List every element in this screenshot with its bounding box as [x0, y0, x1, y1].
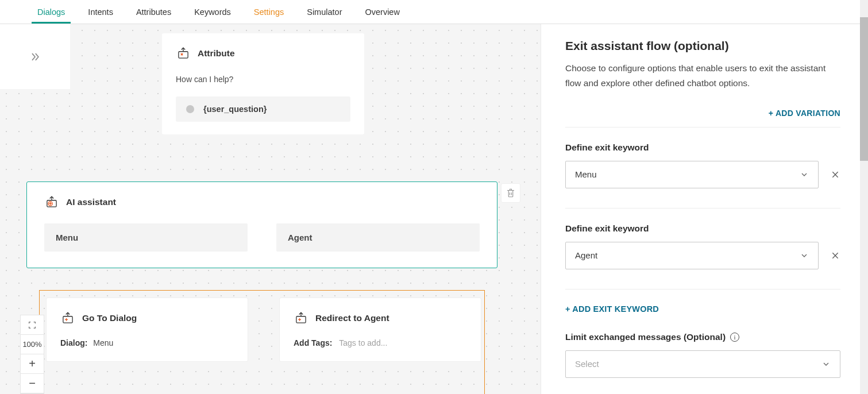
redirect-to-agent-card[interactable]: Redirect to Agent Add Tags: Tags to add.… — [279, 298, 481, 362]
scrollbar-thumb[interactable] — [860, 17, 868, 161]
fit-screen-icon — [28, 320, 37, 330]
close-icon — [831, 251, 840, 260]
tab-simulator[interactable]: Simulator — [295, 0, 353, 24]
zoom-controls: 100% + − — [20, 315, 44, 394]
tab-overview[interactable]: Overview — [353, 0, 411, 24]
attribute-variable-text: {user_question} — [203, 105, 267, 114]
trash-icon — [506, 188, 516, 198]
add-exit-keyword-button[interactable]: + ADD EXIT KEYWORD — [565, 304, 840, 314]
zoom-level-label[interactable]: 100% — [21, 335, 44, 354]
properties-panel: Exit assistant flow (optional) Choose to… — [541, 24, 868, 394]
redirect-to-agent-icon — [294, 311, 308, 326]
chevron-down-icon — [800, 170, 809, 179]
attribute-card[interactable]: Attribute How can I help? {user_question… — [162, 33, 364, 134]
exit-keyword-value-1: Menu — [575, 169, 597, 179]
go-to-dialog-field-value: Menu — [93, 338, 113, 347]
redirect-to-agent-title: Redirect to Agent — [315, 313, 389, 323]
svg-rect-0 — [179, 52, 188, 58]
top-tabs: Dialogs Intents Attributes Keywords Sett… — [0, 0, 868, 24]
redirect-add-tags-placeholder[interactable]: Tags to add... — [339, 338, 387, 347]
ai-assistant-icon — [44, 195, 59, 210]
expand-panel-button[interactable] — [0, 24, 70, 89]
tab-settings[interactable]: Settings — [242, 0, 295, 24]
info-icon[interactable]: i — [730, 333, 739, 342]
limit-messages-select[interactable]: Select — [565, 350, 840, 378]
chevron-down-icon — [821, 360, 831, 369]
tab-keywords[interactable]: Keywords — [183, 0, 242, 24]
exit-keyword-value-2: Agent — [575, 250, 597, 260]
panel-heading: Exit assistant flow (optional) — [565, 39, 840, 53]
go-to-dialog-card[interactable]: Go To Dialog Dialog: Menu — [46, 298, 248, 362]
tab-attributes[interactable]: Attributes — [125, 0, 183, 24]
canvas[interactable]: Attribute How can I help? {user_question… — [0, 24, 541, 394]
go-to-dialog-icon — [60, 311, 75, 326]
chevron-double-right-icon — [29, 51, 41, 63]
zoom-fit-button[interactable] — [21, 315, 44, 335]
limit-messages-placeholder: Select — [575, 359, 599, 369]
attribute-card-title: Attribute — [198, 48, 235, 59]
chevron-down-icon — [800, 251, 809, 260]
remove-keyword-button-2[interactable] — [830, 250, 840, 261]
tab-dialogs[interactable]: Dialogs — [26, 0, 76, 24]
attribute-variable-chip[interactable]: {user_question} — [176, 96, 350, 122]
attribute-card-prompt: How can I help? — [176, 75, 350, 84]
variable-dot-icon — [186, 105, 194, 113]
add-variation-button[interactable]: + ADD VARIATION — [565, 109, 840, 118]
limit-messages-label: Limit exchanged messages (Optional) — [565, 332, 726, 342]
ai-assistant-card-title: AI assistant — [66, 197, 116, 207]
exit-keyword-label-1: Define exit keyword — [565, 142, 840, 153]
remove-keyword-button-1[interactable] — [830, 169, 840, 180]
zoom-in-button[interactable]: + — [21, 354, 44, 374]
ai-assistant-card[interactable]: AI assistant Menu Agent — [26, 181, 497, 268]
go-to-dialog-field-label: Dialog: — [60, 338, 87, 347]
divider — [565, 208, 840, 208]
redirect-add-tags-label: Add Tags: — [294, 338, 332, 347]
zoom-out-button[interactable]: − — [21, 374, 44, 393]
divider — [565, 127, 840, 128]
attribute-icon — [176, 46, 191, 61]
exit-keyword-select-2[interactable]: Agent — [565, 242, 819, 269]
go-to-dialog-title: Go To Dialog — [82, 313, 137, 323]
close-icon — [831, 170, 840, 179]
exit-keyword-select-1[interactable]: Menu — [565, 161, 819, 188]
delete-node-button[interactable] — [501, 183, 520, 203]
tab-intents[interactable]: Intents — [76, 0, 125, 24]
exit-keyword-label-2: Define exit keyword — [565, 223, 840, 234]
ai-option-agent[interactable]: Agent — [276, 223, 480, 252]
divider — [565, 289, 840, 289]
ai-option-menu[interactable]: Menu — [44, 223, 248, 252]
panel-description: Choose to configure options that enable … — [565, 61, 840, 91]
